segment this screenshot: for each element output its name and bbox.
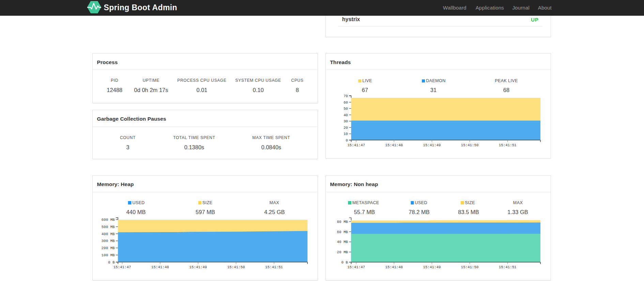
svg-text:15:41:51: 15:41:51 — [499, 143, 517, 147]
svg-text:0: 0 — [346, 138, 348, 142]
svg-text:600 MB: 600 MB — [102, 218, 115, 222]
svg-text:15:41:51: 15:41:51 — [499, 265, 517, 269]
svg-text:40 MB: 40 MB — [337, 240, 348, 244]
svg-text:15:41:49: 15:41:49 — [423, 143, 441, 147]
svg-text:15:41:48: 15:41:48 — [385, 265, 403, 269]
svg-text:15:41:48: 15:41:48 — [151, 265, 169, 269]
svg-text:15:41:51: 15:41:51 — [265, 265, 283, 269]
svg-text:500 MB: 500 MB — [102, 225, 115, 229]
svg-text:0 B: 0 B — [341, 260, 348, 264]
svg-text:100 MB: 100 MB — [102, 253, 115, 257]
svg-text:200 MB: 200 MB — [102, 246, 115, 250]
svg-text:15:41:47: 15:41:47 — [347, 143, 365, 147]
svg-text:15:41:50: 15:41:50 — [227, 265, 245, 269]
svg-text:60 MB: 60 MB — [337, 230, 348, 234]
svg-text:0 B: 0 B — [108, 260, 115, 264]
svg-text:20 MB: 20 MB — [337, 250, 348, 254]
svg-text:60: 60 — [343, 101, 348, 105]
svg-text:50: 50 — [343, 107, 348, 111]
svg-text:15:41:47: 15:41:47 — [113, 265, 131, 269]
svg-text:70: 70 — [343, 94, 348, 98]
svg-text:15:41:50: 15:41:50 — [461, 143, 479, 147]
svg-text:15:41:47: 15:41:47 — [347, 265, 365, 269]
svg-text:300 MB: 300 MB — [102, 239, 115, 243]
svg-text:15:41:49: 15:41:49 — [189, 265, 207, 269]
svg-text:10: 10 — [343, 132, 348, 136]
svg-text:15:41:48: 15:41:48 — [385, 143, 403, 147]
svg-text:15:41:49: 15:41:49 — [423, 265, 441, 269]
svg-text:20: 20 — [343, 126, 348, 130]
svg-text:80 MB: 80 MB — [337, 220, 348, 224]
svg-text:40: 40 — [343, 113, 348, 117]
svg-text:400 MB: 400 MB — [102, 232, 115, 236]
svg-text:15:41:50: 15:41:50 — [461, 265, 479, 269]
svg-text:30: 30 — [343, 119, 348, 123]
